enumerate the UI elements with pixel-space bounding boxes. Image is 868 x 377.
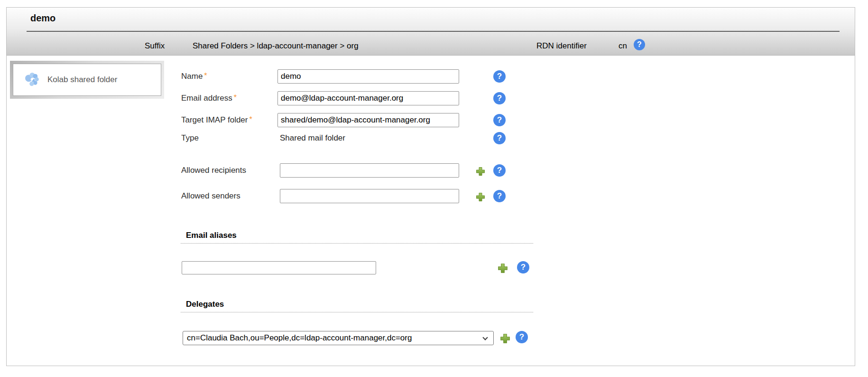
page: demo Suffix Shared Folders > ldap-accoun… (0, 0, 868, 377)
title-divider (27, 31, 840, 32)
name-label: Name* (181, 72, 207, 81)
form-row-type: Type Shared mail folder ? (7, 131, 528, 147)
help-icon[interactable]: ? (493, 70, 506, 83)
delegates-selected-value: cn=Claudia Bach,ou=People,dc=ldap-accoun… (187, 333, 412, 343)
required-marker: * (204, 72, 207, 80)
help-icon[interactable]: ? (493, 132, 506, 144)
help-icon[interactable]: ? (493, 114, 506, 126)
help-icon[interactable]: ? (493, 190, 506, 202)
form-row-allowed-senders: Allowed senders ? (7, 189, 528, 205)
add-icon[interactable] (499, 333, 511, 344)
help-icon[interactable]: ? (493, 164, 506, 177)
form-row-email-address: Email address* ? (7, 91, 528, 107)
email-aliases-heading: Email aliases (186, 231, 237, 240)
help-icon[interactable]: ? (516, 331, 528, 343)
required-marker: * (234, 94, 237, 102)
account-edit-panel: demo Suffix Shared Folders > ldap-accoun… (6, 7, 855, 366)
help-icon[interactable]: ? (493, 92, 506, 104)
name-input[interactable] (277, 69, 459, 84)
email-address-label: Email address* (181, 94, 237, 103)
allowed-senders-input[interactable] (280, 189, 459, 203)
help-icon[interactable]: ? (634, 39, 645, 50)
allowed-recipients-label: Allowed recipients (181, 166, 246, 175)
type-value: Shared mail folder (280, 133, 345, 143)
allowed-recipients-input[interactable] (280, 163, 459, 178)
help-icon[interactable]: ? (517, 261, 529, 273)
rdn-identifier-value: cn (619, 41, 627, 51)
allowed-senders-label: Allowed senders (181, 191, 240, 201)
add-icon[interactable] (475, 166, 486, 177)
delegates-select[interactable]: cn=Claudia Bach,ou=People,dc=ldap-accoun… (183, 331, 494, 345)
add-icon[interactable] (475, 192, 486, 202)
section-divider (181, 243, 533, 244)
chevron-down-icon (482, 335, 488, 340)
form-row-allowed-recipients: Allowed recipients ? (7, 163, 528, 179)
header: demo Suffix Shared Folders > ldap-accoun… (7, 8, 855, 56)
email-alias-input[interactable] (182, 261, 376, 274)
type-label: Type (181, 133, 199, 143)
rdn-identifier-label: RDN identifier (536, 41, 587, 51)
delegates-heading: Delegates (186, 300, 224, 309)
suffix-breadcrumb: Shared Folders > ldap-account-manager > … (193, 41, 359, 51)
target-imap-folder-label: Target IMAP folder* (181, 115, 252, 125)
form-row-target-imap-folder: Target IMAP folder* ? (7, 113, 528, 129)
email-address-input[interactable] (277, 91, 459, 105)
form-row-name: Name* ? (7, 69, 528, 85)
section-divider (181, 312, 533, 312)
target-imap-folder-input[interactable] (277, 113, 459, 127)
page-title: demo (30, 13, 55, 24)
add-icon[interactable] (497, 263, 508, 274)
required-marker: * (249, 115, 252, 123)
suffix-label: Suffix (145, 41, 165, 51)
